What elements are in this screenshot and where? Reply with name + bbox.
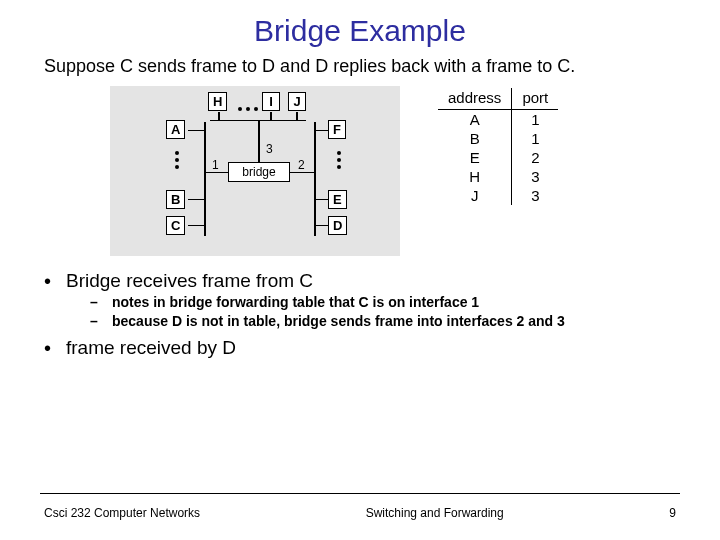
col-address-header: address: [438, 88, 512, 110]
table-row: B1: [438, 129, 558, 148]
sub-bullet-list: notes in bridge forwarding table that C …: [66, 294, 676, 331]
node-i: I: [262, 92, 280, 111]
intro-text: Suppose C sends frame to D and D replies…: [44, 56, 676, 78]
port1-label: 1: [212, 158, 219, 172]
node-h: H: [208, 92, 227, 111]
footer: Csci 232 Computer Networks Switching and…: [44, 506, 676, 520]
network-diagram: H I J 3 A B C 1 bridge F E D 2: [110, 86, 400, 256]
footer-left: Csci 232 Computer Networks: [44, 506, 200, 520]
ellipsis-icon: [336, 148, 342, 172]
node-d: D: [328, 216, 347, 235]
table-row: A1: [438, 109, 558, 129]
sub-bullet-item: notes in bridge forwarding table that C …: [84, 294, 676, 312]
forwarding-table: address port A1 B1 E2 H3 J3: [438, 88, 558, 205]
bridge-box: bridge: [228, 162, 290, 182]
ellipsis-icon: [174, 148, 180, 172]
node-b: B: [166, 190, 185, 209]
bullet-list: Bridge receives frame from C notes in br…: [44, 270, 676, 359]
node-a: A: [166, 120, 185, 139]
slide-title: Bridge Example: [0, 14, 720, 48]
figure-area: H I J 3 A B C 1 bridge F E D 2: [110, 86, 610, 256]
node-f: F: [328, 120, 346, 139]
footer-divider: [40, 493, 680, 494]
node-j: J: [288, 92, 306, 111]
sub-bullet-item: because D is not in table, bridge sends …: [84, 313, 676, 331]
footer-center: Switching and Forwarding: [366, 506, 504, 520]
node-c: C: [166, 216, 185, 235]
footer-page-number: 9: [669, 506, 676, 520]
table-row: H3: [438, 167, 558, 186]
col-port-header: port: [512, 88, 558, 110]
ellipsis-icon: [236, 100, 260, 106]
bullet-text: frame received by D: [66, 337, 236, 358]
bullet-item: frame received by D: [44, 337, 676, 359]
node-e: E: [328, 190, 347, 209]
table-row: E2: [438, 148, 558, 167]
table-row: J3: [438, 186, 558, 205]
port2-label: 2: [298, 158, 305, 172]
bullet-text: Bridge receives frame from C: [66, 270, 313, 291]
bullet-item: Bridge receives frame from C notes in br…: [44, 270, 676, 331]
port3-label: 3: [266, 142, 273, 156]
